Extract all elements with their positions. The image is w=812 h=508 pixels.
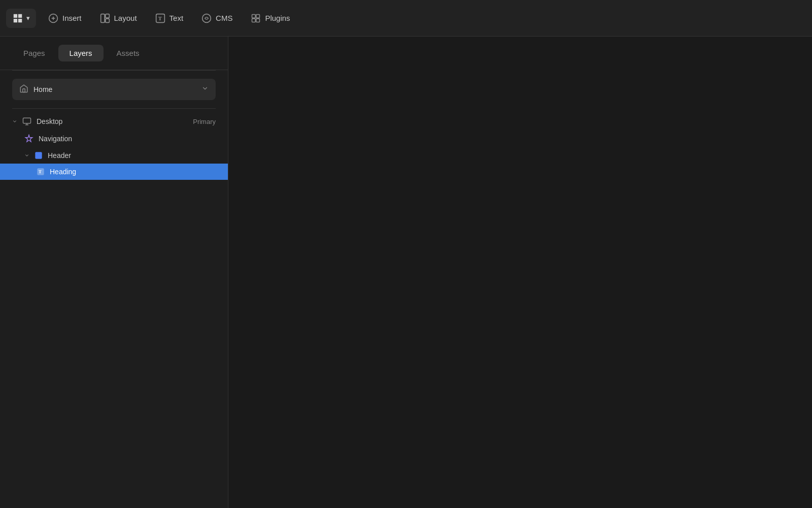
svg-rect-3 — [100, 14, 105, 22]
svg-text:T: T — [39, 169, 42, 174]
svg-rect-13 — [23, 89, 25, 92]
toolbar: ▾ Insert Layout T Text CMS — [0, 0, 812, 37]
svg-rect-10 — [256, 14, 260, 18]
layer-item-navigation[interactable]: Navigation — [0, 130, 228, 147]
svg-rect-17 — [35, 152, 42, 158]
logo-button[interactable]: ▾ — [6, 9, 36, 28]
plugins-button[interactable]: Plugins — [243, 9, 298, 27]
collapse-header[interactable] — [24, 153, 32, 158]
layout-toolbar-icon — [100, 13, 110, 23]
svg-rect-14 — [23, 118, 31, 123]
text-button[interactable]: T Text — [147, 9, 192, 27]
layer-item-header[interactable]: Header — [0, 147, 228, 164]
svg-point-8 — [202, 14, 211, 22]
insert-label: Insert — [62, 14, 82, 22]
insert-button[interactable]: Insert — [40, 9, 90, 27]
svg-rect-11 — [252, 18, 256, 22]
svg-text:T: T — [158, 15, 162, 21]
svg-rect-9 — [252, 14, 256, 18]
plugins-icon — [251, 13, 261, 23]
desktop-badge: Primary — [193, 118, 216, 125]
logo-icon — [12, 13, 23, 24]
sidebar: Pages Layers Assets Home — [0, 37, 228, 508]
layout-button[interactable]: Layout — [92, 9, 145, 27]
text-toolbar-icon: T — [155, 13, 165, 23]
layer-item-heading[interactable]: T Heading — [0, 164, 228, 180]
tab-layers[interactable]: Layers — [58, 45, 104, 61]
cms-button[interactable]: CMS — [193, 9, 241, 27]
svg-rect-5 — [105, 18, 109, 22]
header-label: Header — [48, 151, 216, 160]
tab-bar: Pages Layers Assets — [0, 37, 228, 70]
layer-tree: Desktop Primary Navigation — [0, 109, 228, 184]
text-label: Text — [170, 14, 184, 22]
logo-chevron: ▾ — [26, 14, 30, 22]
page-selector[interactable]: Home — [12, 79, 216, 100]
plugins-label: Plugins — [265, 14, 290, 22]
header-frame-icon — [35, 151, 43, 160]
layout-label: Layout — [114, 14, 137, 22]
svg-rect-4 — [105, 14, 109, 18]
page-name: Home — [33, 85, 201, 93]
cms-label: CMS — [216, 14, 232, 22]
layer-item-desktop[interactable]: Desktop Primary — [0, 113, 228, 130]
heading-text-icon: T — [37, 168, 45, 176]
collapse-desktop[interactable] — [12, 119, 20, 124]
tab-pages[interactable]: Pages — [12, 45, 56, 61]
divider-1 — [12, 70, 216, 71]
page-chevron-icon — [201, 85, 209, 94]
insert-icon — [48, 13, 58, 23]
canvas-area — [228, 37, 812, 508]
heading-label: Heading — [50, 168, 216, 176]
navigation-label: Navigation — [39, 135, 216, 143]
desktop-icon — [22, 117, 31, 126]
svg-rect-12 — [256, 18, 260, 22]
desktop-label: Desktop — [37, 117, 193, 125]
cms-icon — [201, 13, 212, 23]
tab-assets[interactable]: Assets — [106, 45, 151, 61]
home-icon — [19, 84, 28, 95]
navigation-component-icon — [24, 134, 33, 143]
